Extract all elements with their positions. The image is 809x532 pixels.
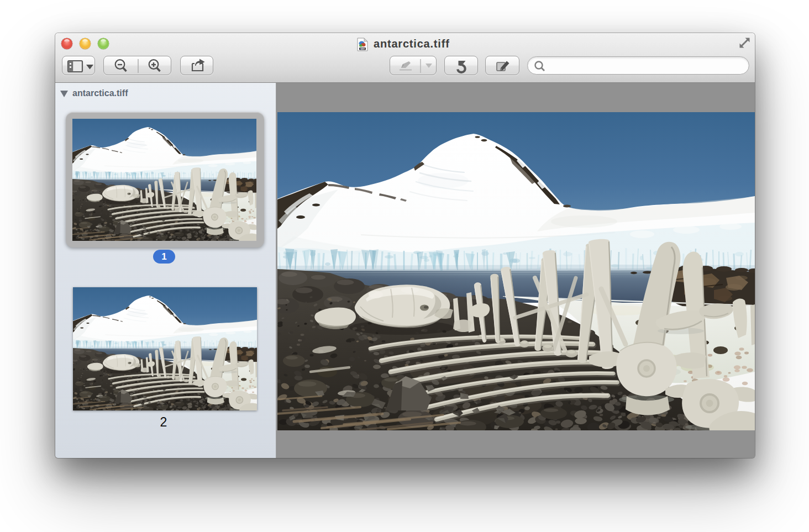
svg-text:TIFF: TIFF xyxy=(360,48,365,50)
